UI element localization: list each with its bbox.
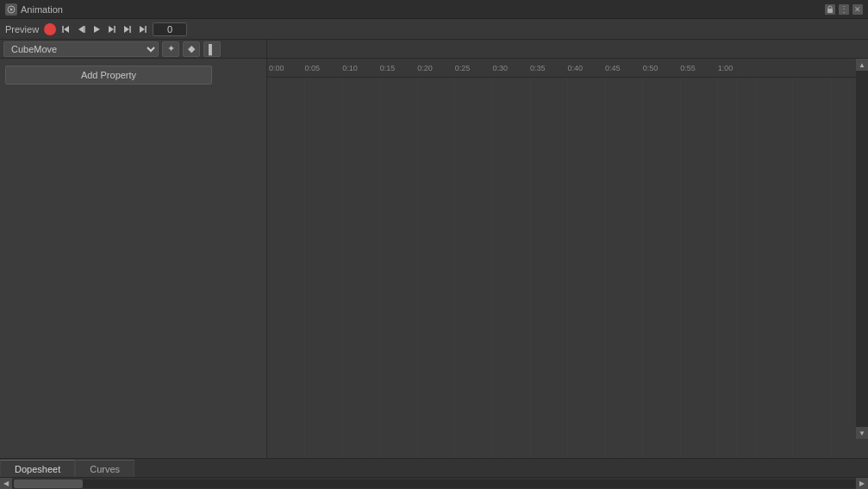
vertical-scrollbar: ▲ ▼	[856, 59, 868, 439]
keyframe-button[interactable]: ◆	[183, 41, 200, 57]
tick-40: 0:40	[568, 64, 584, 72]
ruler: 0:00 0:05 0:10 0:15 0:20 0:25 0:30 0:35 …	[267, 59, 868, 78]
preview-row: Preview	[0, 19, 868, 40]
timeline-panel: 0:00 0:05 0:10 0:15 0:20 0:25 0:30 0:35 …	[267, 40, 868, 458]
options-button[interactable]: ▌	[203, 41, 221, 57]
tick-45: 0:45	[605, 64, 621, 72]
step-forward-button[interactable]	[106, 23, 118, 35]
add-keyframe-button[interactable]: ✦	[162, 41, 179, 57]
skip-start-button[interactable]	[59, 23, 72, 35]
add-property-area: Add Property	[0, 59, 266, 91]
svg-marker-1	[10, 8, 13, 11]
tick-0: 0:00	[269, 64, 284, 72]
play-button[interactable]	[91, 23, 103, 35]
scroll-thumb[interactable]	[14, 480, 83, 488]
bottom-scrollbar: ◀ ▶	[0, 477, 868, 489]
tab-curves[interactable]: Curves	[75, 460, 134, 477]
scroll-track	[12, 480, 856, 488]
object-row: CubeMove ✦ ◆ ▌	[0, 40, 266, 59]
scroll-down-button[interactable]: ▼	[856, 427, 868, 439]
close-button[interactable]: ✕	[852, 4, 863, 15]
step-back-button[interactable]	[75, 23, 87, 35]
frame-input[interactable]	[153, 22, 187, 36]
svg-marker-8	[109, 26, 114, 33]
timeline-content	[267, 78, 868, 458]
tick-30: 0:30	[492, 64, 508, 72]
tick-55: 0:55	[680, 64, 696, 72]
title-bar: Animation ⋮ ✕	[0, 0, 868, 19]
property-list	[0, 91, 266, 458]
tick-25: 0:25	[455, 64, 471, 72]
left-panel: CubeMove ✦ ◆ ▌ Add Property	[0, 40, 267, 458]
timeline-object-row	[267, 40, 868, 59]
svg-marker-12	[140, 26, 145, 33]
lock-button[interactable]	[825, 4, 835, 15]
preview-label: Preview	[5, 24, 39, 34]
bottom-tabs: Dopesheet Curves	[0, 458, 868, 477]
tab-dopesheet[interactable]: Dopesheet	[0, 460, 75, 477]
add-property-button[interactable]: Add Property	[5, 66, 212, 85]
tick-50: 0:50	[643, 64, 659, 72]
ruler-ticks-container: 0:00 0:05 0:10 0:15 0:20 0:25 0:30 0:35 …	[267, 59, 868, 75]
animation-icon	[5, 3, 17, 16]
tick-5: 0:05	[305, 64, 321, 72]
timeline-grid-svg	[267, 78, 868, 458]
skip-end-alt-button[interactable]	[137, 23, 149, 35]
tick-15: 0:15	[380, 64, 396, 72]
record-button[interactable]	[44, 23, 56, 35]
more-button[interactable]: ⋮	[839, 4, 849, 15]
tick-10: 0:10	[342, 64, 358, 72]
svg-marker-4	[64, 26, 69, 33]
scroll-right-button[interactable]: ▶	[856, 478, 868, 490]
skip-end-button[interactable]	[122, 23, 134, 35]
object-dropdown[interactable]: CubeMove	[3, 41, 159, 57]
title-bar-left: Animation	[5, 3, 63, 16]
svg-marker-5	[78, 26, 84, 33]
window-title: Animation	[21, 4, 63, 15]
svg-marker-10	[124, 26, 129, 33]
tick-20: 0:20	[417, 64, 433, 72]
title-bar-controls: ⋮ ✕	[825, 4, 863, 15]
scroll-left-button[interactable]: ◀	[0, 478, 12, 490]
tick-35: 0:35	[530, 64, 546, 72]
animation-window: Animation ⋮ ✕ Preview	[0, 0, 868, 489]
content-area: CubeMove ✦ ◆ ▌ Add Property	[0, 40, 868, 458]
tick-60: 1:00	[718, 64, 734, 72]
svg-rect-2	[827, 9, 833, 13]
scroll-up-button[interactable]: ▲	[856, 59, 868, 71]
svg-marker-7	[94, 26, 100, 33]
